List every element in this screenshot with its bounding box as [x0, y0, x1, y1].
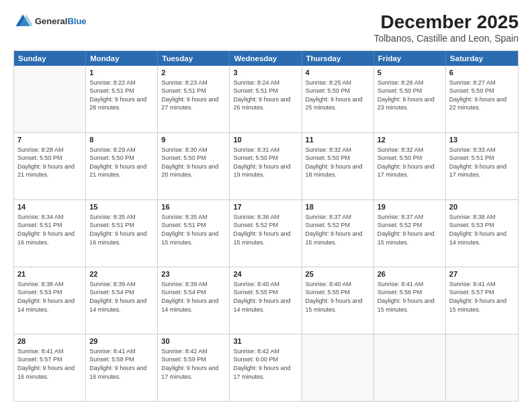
calendar-cell: 14Sunrise: 8:34 AMSunset: 5:51 PMDayligh… [14, 200, 86, 267]
calendar-body: 1Sunrise: 8:22 AMSunset: 5:51 PMDaylight… [14, 66, 518, 401]
calendar-week: 28Sunrise: 8:41 AMSunset: 5:57 PMDayligh… [14, 334, 518, 401]
calendar-cell: 19Sunrise: 8:37 AMSunset: 5:52 PMDayligh… [374, 200, 446, 267]
calendar-cell: 18Sunrise: 8:37 AMSunset: 5:52 PMDayligh… [302, 200, 374, 267]
logo-text: GeneralBlue [35, 16, 87, 27]
calendar-week: 1Sunrise: 8:22 AMSunset: 5:51 PMDaylight… [14, 66, 518, 133]
calendar-cell: 7Sunrise: 8:28 AMSunset: 5:50 PMDaylight… [14, 133, 86, 199]
calendar: SundayMondayTuesdayWednesdayThursdayFrid… [13, 50, 519, 402]
calendar-header-cell: Thursday [302, 51, 374, 66]
cell-info: Sunrise: 8:38 AMSunset: 5:53 PMDaylight:… [449, 213, 515, 246]
day-number: 22 [89, 269, 154, 279]
day-number: 19 [378, 202, 442, 212]
calendar-cell: 24Sunrise: 8:40 AMSunset: 5:55 PMDayligh… [230, 267, 302, 334]
cell-info: Sunrise: 8:41 AMSunset: 5:57 PMDaylight:… [449, 280, 515, 314]
cell-info: Sunrise: 8:31 AMSunset: 5:50 PMDaylight:… [233, 146, 298, 179]
calendar-cell: 5Sunrise: 8:26 AMSunset: 5:50 PMDaylight… [374, 66, 446, 132]
day-number: 7 [17, 135, 82, 145]
day-number: 1 [89, 68, 154, 78]
cell-info: Sunrise: 8:26 AMSunset: 5:50 PMDaylight:… [378, 79, 442, 112]
day-number: 8 [89, 135, 154, 145]
cell-info: Sunrise: 8:42 AMSunset: 5:59 PMDaylight:… [161, 347, 226, 381]
calendar-cell: 26Sunrise: 8:41 AMSunset: 5:56 PMDayligh… [374, 267, 446, 334]
calendar-cell: 20Sunrise: 8:38 AMSunset: 5:53 PMDayligh… [446, 200, 518, 267]
calendar-cell [374, 334, 446, 401]
day-number: 3 [233, 68, 298, 78]
calendar-cell: 10Sunrise: 8:31 AMSunset: 5:50 PMDayligh… [230, 133, 302, 199]
logo-icon [13, 12, 32, 31]
cell-info: Sunrise: 8:35 AMSunset: 5:51 PMDaylight:… [161, 213, 226, 246]
logo-blue: Blue [67, 16, 86, 26]
day-number: 25 [306, 269, 370, 279]
cell-info: Sunrise: 8:35 AMSunset: 5:51 PMDaylight:… [89, 213, 154, 246]
logo: GeneralBlue [13, 12, 87, 31]
page: GeneralBlue December 2025 Tolbanos, Cast… [0, 0, 532, 411]
day-number: 30 [161, 336, 226, 347]
day-number: 12 [378, 135, 442, 145]
cell-info: Sunrise: 8:29 AMSunset: 5:50 PMDaylight:… [89, 146, 154, 179]
calendar-header-cell: Wednesday [230, 51, 302, 66]
calendar-cell [302, 334, 374, 401]
cell-info: Sunrise: 8:24 AMSunset: 5:51 PMDaylight:… [233, 79, 298, 112]
calendar-cell: 9Sunrise: 8:30 AMSunset: 5:50 PMDaylight… [158, 133, 230, 199]
calendar-header-cell: Monday [86, 51, 158, 66]
calendar-cell: 22Sunrise: 8:39 AMSunset: 5:54 PMDayligh… [86, 267, 158, 334]
day-number: 16 [161, 202, 226, 212]
day-number: 31 [233, 336, 298, 347]
calendar-cell: 30Sunrise: 8:42 AMSunset: 5:59 PMDayligh… [158, 334, 230, 401]
day-number: 9 [161, 135, 226, 145]
calendar-header-cell: Friday [374, 51, 446, 66]
calendar-cell: 11Sunrise: 8:32 AMSunset: 5:50 PMDayligh… [302, 133, 374, 199]
day-number: 23 [161, 269, 226, 279]
calendar-cell: 15Sunrise: 8:35 AMSunset: 5:51 PMDayligh… [86, 200, 158, 267]
calendar-cell: 12Sunrise: 8:32 AMSunset: 5:50 PMDayligh… [374, 133, 446, 199]
calendar-header-row: SundayMondayTuesdayWednesdayThursdayFrid… [14, 51, 518, 66]
calendar-header-cell: Sunday [14, 51, 86, 66]
day-number: 2 [161, 68, 226, 78]
cell-info: Sunrise: 8:34 AMSunset: 5:51 PMDaylight:… [17, 213, 82, 246]
subtitle: Tolbanos, Castille and Leon, Spain [373, 33, 519, 44]
calendar-cell: 23Sunrise: 8:39 AMSunset: 5:54 PMDayligh… [158, 267, 230, 334]
cell-info: Sunrise: 8:22 AMSunset: 5:51 PMDaylight:… [89, 79, 154, 112]
calendar-cell: 8Sunrise: 8:29 AMSunset: 5:50 PMDaylight… [86, 133, 158, 199]
day-number: 26 [378, 269, 442, 279]
calendar-week: 21Sunrise: 8:38 AMSunset: 5:53 PMDayligh… [14, 267, 518, 334]
calendar-cell: 3Sunrise: 8:24 AMSunset: 5:51 PMDaylight… [230, 66, 302, 132]
cell-info: Sunrise: 8:32 AMSunset: 5:50 PMDaylight:… [378, 146, 442, 179]
calendar-cell: 21Sunrise: 8:38 AMSunset: 5:53 PMDayligh… [14, 267, 86, 334]
cell-info: Sunrise: 8:37 AMSunset: 5:52 PMDaylight:… [378, 213, 442, 246]
cell-info: Sunrise: 8:25 AMSunset: 5:50 PMDaylight:… [306, 79, 370, 112]
cell-info: Sunrise: 8:39 AMSunset: 5:54 PMDaylight:… [89, 280, 154, 314]
calendar-cell [446, 334, 518, 401]
cell-info: Sunrise: 8:30 AMSunset: 5:50 PMDaylight:… [161, 146, 226, 179]
calendar-cell: 1Sunrise: 8:22 AMSunset: 5:51 PMDaylight… [86, 66, 158, 132]
cell-info: Sunrise: 8:41 AMSunset: 5:56 PMDaylight:… [378, 280, 442, 314]
cell-info: Sunrise: 8:41 AMSunset: 5:57 PMDaylight:… [17, 347, 82, 381]
calendar-cell: 17Sunrise: 8:36 AMSunset: 5:52 PMDayligh… [230, 200, 302, 267]
day-number: 20 [449, 202, 515, 212]
day-number: 5 [378, 68, 442, 78]
day-number: 24 [233, 269, 298, 279]
calendar-cell [14, 66, 86, 132]
day-number: 17 [233, 202, 298, 212]
calendar-cell: 2Sunrise: 8:23 AMSunset: 5:51 PMDaylight… [158, 66, 230, 132]
day-number: 21 [17, 269, 82, 279]
day-number: 18 [306, 202, 370, 212]
calendar-cell: 25Sunrise: 8:40 AMSunset: 5:55 PMDayligh… [302, 267, 374, 334]
cell-info: Sunrise: 8:40 AMSunset: 5:55 PMDaylight:… [233, 280, 298, 314]
cell-info: Sunrise: 8:33 AMSunset: 5:51 PMDaylight:… [449, 146, 515, 179]
calendar-week: 14Sunrise: 8:34 AMSunset: 5:51 PMDayligh… [14, 200, 518, 267]
header: GeneralBlue December 2025 Tolbanos, Cast… [13, 12, 519, 44]
day-number: 11 [306, 135, 370, 145]
cell-info: Sunrise: 8:36 AMSunset: 5:52 PMDaylight:… [233, 213, 298, 246]
calendar-cell: 4Sunrise: 8:25 AMSunset: 5:50 PMDaylight… [302, 66, 374, 132]
main-title: December 2025 [373, 12, 519, 33]
cell-info: Sunrise: 8:37 AMSunset: 5:52 PMDaylight:… [306, 213, 370, 246]
calendar-cell: 27Sunrise: 8:41 AMSunset: 5:57 PMDayligh… [446, 267, 518, 334]
cell-info: Sunrise: 8:39 AMSunset: 5:54 PMDaylight:… [161, 280, 226, 314]
cell-info: Sunrise: 8:38 AMSunset: 5:53 PMDaylight:… [17, 280, 82, 314]
day-number: 14 [17, 202, 82, 212]
day-number: 15 [89, 202, 154, 212]
cell-info: Sunrise: 8:41 AMSunset: 5:58 PMDaylight:… [89, 347, 154, 381]
calendar-cell: 13Sunrise: 8:33 AMSunset: 5:51 PMDayligh… [446, 133, 518, 199]
cell-info: Sunrise: 8:42 AMSunset: 6:00 PMDaylight:… [233, 347, 298, 381]
